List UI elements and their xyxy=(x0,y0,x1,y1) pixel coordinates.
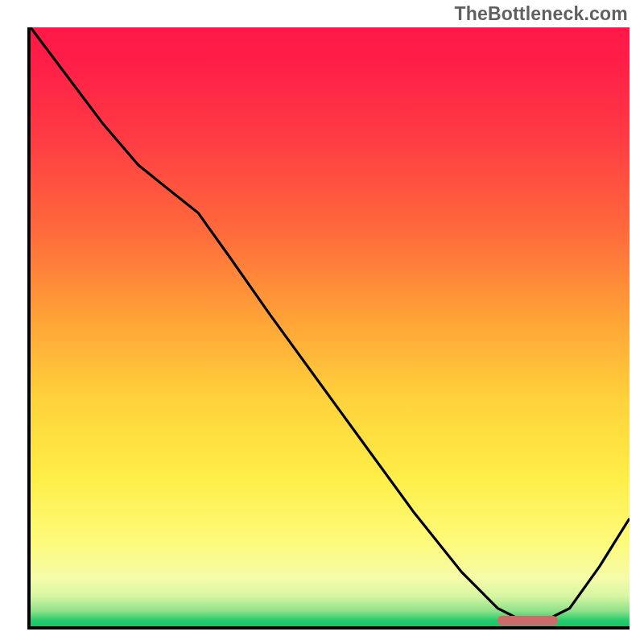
plot-axes xyxy=(27,27,630,630)
curve-svg xyxy=(31,27,630,626)
plot-area xyxy=(31,27,630,626)
chart-root: TheBottleneck.com xyxy=(0,0,644,644)
watermark-text: TheBottleneck.com xyxy=(454,3,628,25)
optimal-range-marker xyxy=(497,616,557,625)
curve-path xyxy=(31,27,630,621)
